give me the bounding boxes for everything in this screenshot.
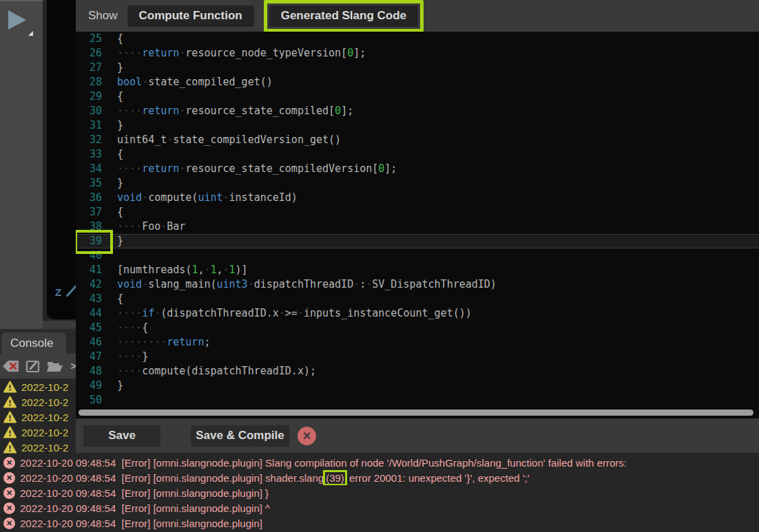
error-text: 2022-10-20 09:48:54 [Error] [omni.slangn… — [20, 457, 627, 469]
save-button[interactable]: Save — [83, 425, 160, 447]
console-error-row: ✕2022-10-20 09:48:54 [Error] [omni.slang… — [0, 515, 759, 531]
warning-text: 2022-10-2 — [21, 381, 68, 393]
z-axis-label: Z — [55, 286, 61, 298]
code-line-28[interactable]: 28bool·state_compiled_get() — [76, 75, 759, 89]
code-text: { — [117, 89, 123, 104]
line-number: 43 — [76, 292, 102, 306]
code-text: void·slang_main(uint3·dispatchThreadID·:… — [117, 277, 497, 292]
code-line-27[interactable]: 27} — [76, 61, 759, 75]
line-number: 50 — [76, 393, 102, 407]
line-number: 48 — [76, 364, 102, 379]
line-number: 49 — [76, 379, 102, 393]
code-line-31[interactable]: 31} — [76, 118, 759, 133]
warning-icon — [3, 396, 17, 408]
code-text: ····compute(dispatchThreadID.x); — [117, 364, 316, 379]
warning-text: 2022-10-2 — [21, 412, 68, 423]
code-line-32[interactable]: 32uint64_t·state_compiledVersion_get() — [76, 133, 759, 147]
line-number: 41 — [76, 263, 102, 277]
code-line-42[interactable]: 42void·slang_main(uint3·dispatchThreadID… — [76, 277, 759, 292]
play-icon — [7, 10, 28, 30]
console-tab[interactable]: Console — [1, 332, 66, 354]
code-line-47[interactable]: 47····} — [76, 350, 759, 364]
line-number: 27 — [76, 61, 102, 75]
code-text: uint64_t·state_compiledVersion_get() — [117, 133, 341, 147]
line-number: 28 — [76, 75, 102, 89]
code-line-45[interactable]: 45····{ — [76, 321, 759, 335]
code-line-40[interactable]: 40 — [76, 248, 759, 263]
code-lines: 25{26····return·resource_node_typeVersio… — [76, 32, 759, 407]
code-text: void·compute(uint·instanceId) — [117, 191, 298, 205]
console-error-row: ✕2022-10-20 09:48:54 [Error] [omni.slang… — [0, 485, 759, 500]
line-number: 35 — [76, 176, 102, 191]
code-text: } — [117, 118, 123, 133]
code-line-43[interactable]: 43{ — [76, 292, 759, 306]
line-number: 30 — [76, 104, 102, 118]
compile-error-icon: ✕ — [298, 427, 316, 445]
code-line-38[interactable]: 38····Foo·Bar — [76, 220, 759, 234]
code-editor-area[interactable]: 25{26····return·resource_node_typeVersio… — [76, 32, 759, 418]
play-dropdown-corner-icon — [28, 31, 33, 36]
line-number: 31 — [76, 118, 102, 133]
line-number: 36 — [76, 191, 102, 205]
line-number: 47 — [76, 350, 102, 364]
code-text: [numthreads(1,·1,·1)] — [117, 263, 248, 277]
viewport[interactable]: Z — [47, 0, 76, 319]
error-text: 2022-10-20 09:48:54 [Error] [omni.slangn… — [20, 487, 269, 499]
code-text: } — [117, 379, 123, 393]
highlight-frame-generated-slang-code: Generated Slang Code — [264, 0, 424, 32]
error-icon: ✕ — [3, 472, 15, 484]
code-line-25[interactable]: 25{ — [76, 32, 759, 46]
line-number: 42 — [76, 277, 102, 292]
code-line-37[interactable]: 37{ — [76, 205, 759, 220]
error-icon: ✕ — [3, 487, 15, 499]
edit-log-icon[interactable] — [24, 358, 41, 374]
code-line-48[interactable]: 48····compute(dispatchThreadID.x); — [76, 364, 759, 379]
code-line-30[interactable]: 30····return·resource_state_compiled[0]; — [76, 104, 759, 118]
code-line-29[interactable]: 29{ — [76, 89, 759, 104]
code-text: ····} — [117, 350, 148, 364]
code-line-33[interactable]: 33{ — [76, 147, 759, 162]
editor-action-bar: Save Save & Compile ✕ — [76, 418, 759, 453]
editor-toolbar: Show Compute Function Generated Slang Co… — [76, 0, 759, 32]
code-line-36[interactable]: 36void·compute(uint·instanceId) — [76, 191, 759, 205]
warning-text: 2022-10-2 — [21, 442, 68, 454]
line-number: 46 — [76, 335, 102, 350]
viewport-strip: Z — [43, 0, 76, 329]
error-text: 2022-10-20 09:48:54 [Error] [omni.slangn… — [20, 502, 270, 514]
save-and-compile-button[interactable]: Save & Compile — [191, 425, 289, 447]
code-text: { — [117, 32, 123, 46]
compute-function-button[interactable]: Compute Function — [127, 6, 254, 27]
code-line-46[interactable]: 46········return; — [76, 335, 759, 350]
line-number: 33 — [76, 147, 102, 162]
open-log-folder-icon[interactable] — [46, 358, 63, 374]
console-error-row: ✕2022-10-20 09:48:54 [Error] [omni.slang… — [0, 500, 759, 515]
highlighted-error-line-number: (39) — [323, 470, 347, 485]
code-line-35[interactable]: 35} — [76, 176, 759, 191]
code-line-41[interactable]: 41[numthreads(1,·1,·1)] — [76, 263, 759, 277]
console-tab-label: Console — [10, 337, 53, 350]
viewport-bottom-edge — [43, 321, 76, 329]
line-number: 26 — [76, 46, 102, 61]
code-line-26[interactable]: 26····return·resource_node_typeVersion[0… — [76, 46, 759, 61]
code-line-39[interactable]: 39} — [76, 234, 759, 248]
code-text: } — [117, 61, 123, 75]
error-text: 2022-10-20 09:48:54 [Error] [omni.slangn… — [20, 472, 530, 484]
code-text: { — [117, 147, 123, 162]
viewport-toolbar-sidebar — [0, 0, 43, 329]
code-line-49[interactable]: 49} — [76, 379, 759, 393]
code-text: ····Foo·Bar — [117, 220, 185, 234]
horizontal-scrollbar[interactable] — [79, 409, 753, 416]
code-text: ····return·resource_state_compiled[0]; — [117, 104, 353, 118]
code-line-44[interactable]: 44····if·(dispatchThreadID.x·>=·inputs_i… — [76, 306, 759, 321]
play-button[interactable] — [7, 10, 34, 37]
warning-icon — [3, 411, 17, 423]
code-line-50[interactable]: 50 — [76, 393, 759, 407]
code-line-34[interactable]: 34····return·resource_state_compiledVers… — [76, 162, 759, 176]
line-number: 39 — [76, 235, 102, 248]
clear-console-icon[interactable] — [2, 358, 19, 374]
line-number: 25 — [76, 32, 102, 46]
omniverse-app-window: Console >_ — [0, 0, 759, 532]
console-error-row: ✕2022-10-20 09:48:54 [Error] [omni.slang… — [0, 455, 759, 470]
code-text: } — [117, 235, 123, 248]
generated-slang-code-button[interactable]: Generated Slang Code — [269, 6, 418, 27]
